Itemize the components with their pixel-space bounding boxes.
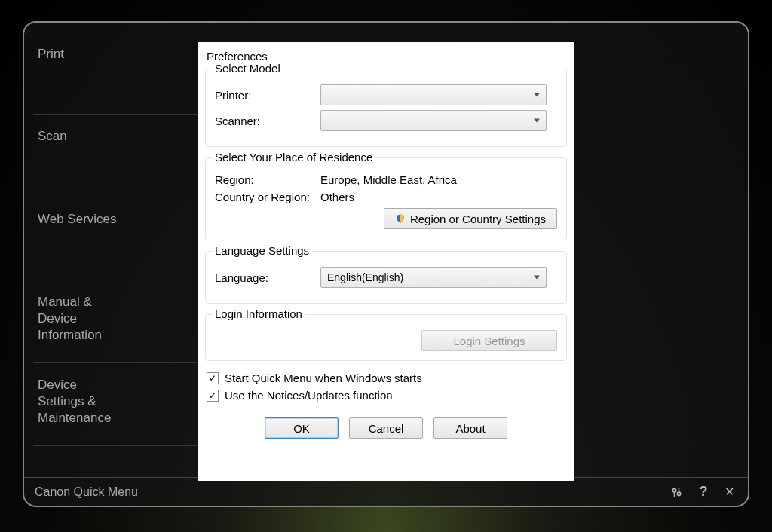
language-group: Language Settings Language: English(Engl… <box>205 251 567 304</box>
select-model-group: Select Model Printer: Scanner: <box>205 69 567 147</box>
select-model-legend: Select Model <box>212 62 283 75</box>
region-value: Europe, Middle East, Africa <box>320 173 557 186</box>
ok-button[interactable]: OK <box>265 417 339 439</box>
sidebar-item-device-settings[interactable]: Device Settings & Maintenance <box>33 363 199 446</box>
use-notices-label: Use the Notices/Updates function <box>225 389 393 402</box>
language-combo[interactable]: English(English) <box>320 267 547 288</box>
sidebar-item-label: Print <box>38 47 64 61</box>
settings-icon[interactable] <box>669 484 686 500</box>
sidebar-item-label: Web Services <box>38 212 117 226</box>
bottom-bar: Canon Quick Menu ? ✕ <box>24 477 748 506</box>
region-country-settings-button[interactable]: Region or Country Settings <box>384 208 557 229</box>
printer-label: Printer: <box>215 89 320 102</box>
residence-legend: Select Your Place of Residence <box>212 151 375 164</box>
sidebar-item-web-services[interactable]: Web Services <box>33 197 199 280</box>
sidebar-item-label: Scan <box>38 129 67 143</box>
dialog-footer: OK Cancel About <box>205 408 567 439</box>
country-label: Country or Region: <box>215 191 320 203</box>
help-icon[interactable]: ? <box>695 484 712 500</box>
language-label: Language: <box>215 271 320 284</box>
start-with-windows-label: Start Quick Menu when Windows starts <box>225 371 422 384</box>
close-icon[interactable]: ✕ <box>721 484 737 500</box>
sidebar-item-scan[interactable]: Scan <box>33 115 199 197</box>
sidebar-item-print[interactable]: Print <box>33 32 199 115</box>
sidebar-item-manual-device-info[interactable]: Manual & Device Information <box>33 280 199 363</box>
region-label: Region: <box>215 173 320 186</box>
cancel-button[interactable]: Cancel <box>349 417 423 439</box>
scanner-label: Scanner: <box>215 115 320 127</box>
login-group: Login Information Login Settings <box>205 314 567 361</box>
printer-combo[interactable] <box>320 84 547 105</box>
scanner-combo[interactable] <box>320 110 547 131</box>
about-button[interactable]: About <box>433 417 507 439</box>
use-notices-checkbox[interactable] <box>207 390 219 402</box>
sidebar: Print Scan Web Services Manual & Device … <box>33 32 199 446</box>
country-value: Others <box>320 191 557 203</box>
sidebar-item-label: Manual & Device Information <box>38 295 102 342</box>
use-notices-row[interactable]: Use the Notices/Updates function <box>207 389 565 402</box>
start-with-windows-checkbox[interactable] <box>207 372 219 384</box>
start-with-windows-row[interactable]: Start Quick Menu when Windows starts <box>207 371 565 384</box>
shield-icon <box>395 213 406 224</box>
language-legend: Language Settings <box>212 244 312 257</box>
sidebar-item-label: Device Settings & Maintenance <box>38 378 111 425</box>
svg-point-2 <box>672 488 676 492</box>
app-name-label: Canon Quick Menu <box>35 485 138 499</box>
preferences-dialog: Preferences Select Model Printer: Scanne… <box>198 42 574 481</box>
svg-point-3 <box>677 492 681 496</box>
login-legend: Login Information <box>212 307 305 320</box>
login-settings-button[interactable]: Login Settings <box>421 330 557 351</box>
residence-group: Select Your Place of Residence Region: E… <box>205 157 567 240</box>
